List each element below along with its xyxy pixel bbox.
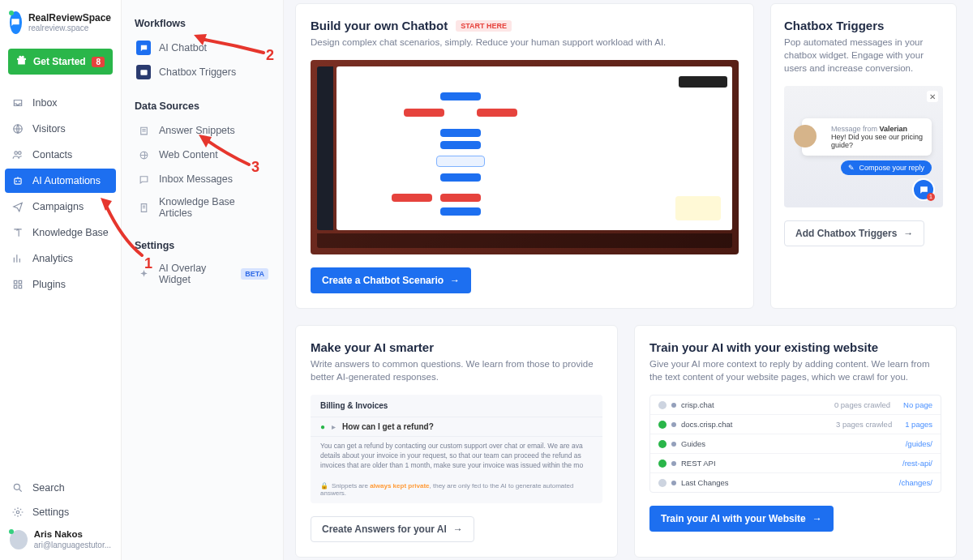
nav-settings[interactable]: Settings — [5, 500, 116, 524]
subnav-inbox-messages[interactable]: Inbox Messages — [131, 167, 273, 191]
nav-knowledge-base[interactable]: Knowledge Base — [5, 220, 116, 245]
subnav-answer-snippets[interactable]: Answer Snippets — [131, 118, 273, 143]
snippet-question: How can I get a refund? — [342, 422, 434, 431]
chevron-icon: ▸ — [332, 422, 336, 431]
bullet-icon — [671, 422, 676, 427]
nav-label: AI Automations — [32, 175, 101, 186]
nav-label: Campaigns — [32, 201, 84, 212]
card-title: Make your AI smarter — [311, 340, 602, 354]
nav-analytics[interactable]: Analytics — [5, 246, 116, 271]
source-link[interactable]: No page — [903, 400, 932, 409]
get-started-label: Get Started — [33, 56, 86, 67]
source-link[interactable]: 1 pages — [905, 420, 932, 429]
text-icon — [136, 123, 151, 138]
button-label: Add Chatbox Triggers — [795, 228, 897, 239]
create-answers-button[interactable]: Create Answers for your AI→ — [311, 516, 474, 542]
section-workflows-title: Workflows — [135, 18, 273, 29]
source-link[interactable]: /rest-api/ — [902, 459, 932, 468]
card-chatbox-triggers: Chatbox Triggers Pop automated messages … — [770, 3, 957, 309]
table-row: Guides /guides/ — [650, 434, 941, 454]
source-name: REST API — [681, 459, 716, 468]
nav-plugins[interactable]: Plugins — [5, 272, 116, 297]
button-label: Create Answers for your AI — [322, 524, 447, 535]
nav-label: Chatbox Triggers — [159, 66, 236, 78]
article-icon — [136, 200, 151, 215]
section-settings-title: Settings — [135, 240, 273, 251]
globe-icon — [136, 147, 151, 162]
subnav-web-content[interactable]: Web Content — [131, 143, 273, 167]
create-chatbot-scenario-button[interactable]: Create a Chatbot Scenario→ — [311, 267, 471, 293]
nav-search[interactable]: Search — [5, 476, 116, 500]
status-dot-icon — [658, 421, 667, 429]
message-text: Hey! Did you see our pricing guide? — [831, 133, 924, 149]
card-title: Chatbox Triggers — [784, 19, 943, 32]
source-link[interactable]: /changes/ — [899, 478, 932, 487]
nav-label: Web Content — [159, 149, 218, 160]
source-name: docs.crisp.chat — [681, 420, 732, 429]
subnav-chatbox-triggers[interactable]: Chatbox Triggers — [131, 60, 273, 84]
svg-point-2 — [15, 181, 17, 182]
source-link[interactable]: /guides/ — [906, 439, 932, 448]
arrow-right-icon: → — [903, 228, 913, 239]
status-dot-icon — [658, 440, 667, 448]
crawl-source-table: crisp.chat 0 pages crawled No page docs.… — [649, 395, 941, 493]
nav-label: Contacts — [32, 149, 72, 160]
nav-label: AI Overlay Widget — [159, 263, 233, 285]
nav-contacts[interactable]: Contacts — [5, 143, 116, 167]
people-icon — [11, 148, 24, 161]
close-icon: ✕ — [927, 91, 938, 102]
status-dot-icon — [658, 460, 667, 468]
card-make-ai-smarter: Make your AI smarter Write answers to co… — [295, 325, 618, 558]
app-brand[interactable]: RealReviewSpace realreview.space — [5, 8, 116, 44]
main-content: Build your own Chatbot START HERE Design… — [284, 0, 973, 560]
table-row: REST API /rest-api/ — [650, 454, 941, 473]
crawled-count: 0 pages crawled — [834, 400, 890, 409]
nav-campaigns[interactable]: Campaigns — [5, 195, 116, 219]
arrow-right-icon: → — [812, 513, 822, 524]
secondary-sidebar: Workflows AI Chatbot Chatbox Triggers Da… — [122, 0, 284, 560]
nav-label: Inbox Messages — [159, 173, 233, 185]
source-name: Guides — [681, 439, 705, 448]
subnav-ai-overlay-widget[interactable]: AI Overlay WidgetBETA — [131, 258, 273, 290]
nav-label: Answer Snippets — [159, 125, 235, 136]
card-description: Give your AI more context to reply by ad… — [649, 357, 941, 383]
table-row: docs.crisp.chat 3 pages crawled 1 pages — [650, 415, 941, 434]
message-from: Message from Valerian — [831, 125, 924, 133]
nav-label: Visitors — [32, 123, 66, 135]
book-icon — [11, 226, 24, 239]
chat-icon — [136, 41, 151, 55]
svg-point-5 — [16, 511, 19, 514]
user-name: Aris Nakos — [34, 529, 111, 541]
check-icon: ● — [320, 422, 325, 431]
subnav-ai-chatbot[interactable]: AI Chatbot — [131, 36, 273, 60]
nav-label: Search — [32, 482, 65, 494]
svg-point-4 — [14, 485, 19, 490]
bullet-icon — [671, 461, 676, 466]
user-email: ari@languagestutor... — [34, 541, 111, 550]
card-title: Build your own Chatbot — [311, 19, 448, 32]
crawled-count: 3 pages crawled — [836, 420, 892, 429]
nav-visitors[interactable]: Visitors — [5, 117, 116, 141]
nav-label: Plugins — [32, 279, 66, 290]
nav-label: Settings — [32, 507, 69, 518]
snippet-answer: You can get a refund by contacting our c… — [311, 437, 602, 476]
nav-label: Inbox — [32, 97, 58, 109]
chatbot-scenario-preview — [311, 60, 739, 254]
arrow-right-icon: → — [453, 524, 463, 535]
train-ai-button[interactable]: Train your AI with your Website→ — [649, 506, 834, 532]
bullet-icon — [671, 403, 676, 408]
button-label: Create a Chatbot Scenario — [322, 275, 444, 286]
message-icon — [136, 172, 151, 186]
nav-label: Knowledge Base — [32, 227, 109, 238]
subnav-kb-articles[interactable]: Knowledge Base Articles — [131, 191, 273, 224]
nav-label: AI Chatbot — [159, 42, 207, 53]
user-account[interactable]: Aris Nakos ari@languagestutor... — [5, 524, 116, 552]
nav-ai-automations[interactable]: AI Automations — [5, 169, 116, 193]
get-started-button[interactable]: Get Started 8 — [8, 49, 113, 75]
add-chatbox-triggers-button[interactable]: Add Chatbox Triggers→ — [784, 220, 924, 246]
globe-icon — [11, 122, 24, 135]
sparkle-icon — [136, 267, 151, 281]
bot-icon — [11, 174, 24, 187]
table-row: Last Changes /changes/ — [650, 473, 941, 492]
nav-inbox[interactable]: Inbox — [5, 91, 116, 115]
